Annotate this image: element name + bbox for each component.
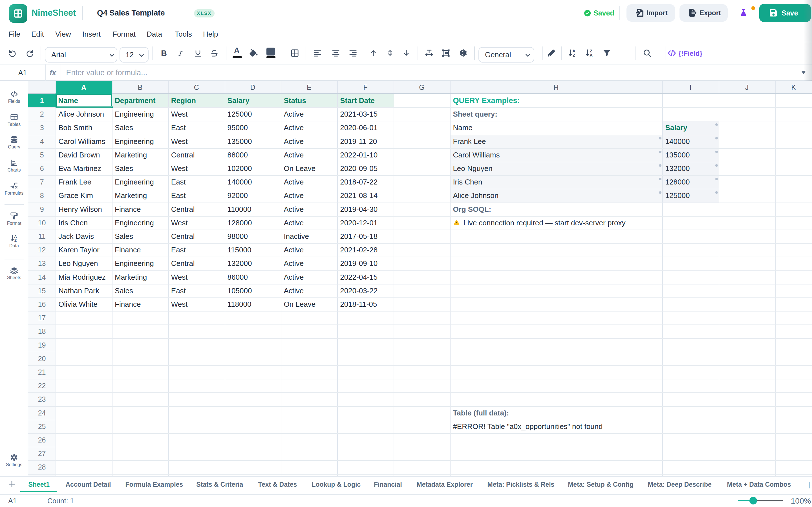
svg-text:Z: Z (14, 238, 17, 242)
svg-text:Z: Z (590, 49, 592, 53)
svg-text:A: A (572, 49, 575, 53)
svg-text:A: A (14, 235, 17, 239)
svg-text:A: A (590, 53, 593, 57)
svg-text:Z: Z (573, 53, 575, 57)
